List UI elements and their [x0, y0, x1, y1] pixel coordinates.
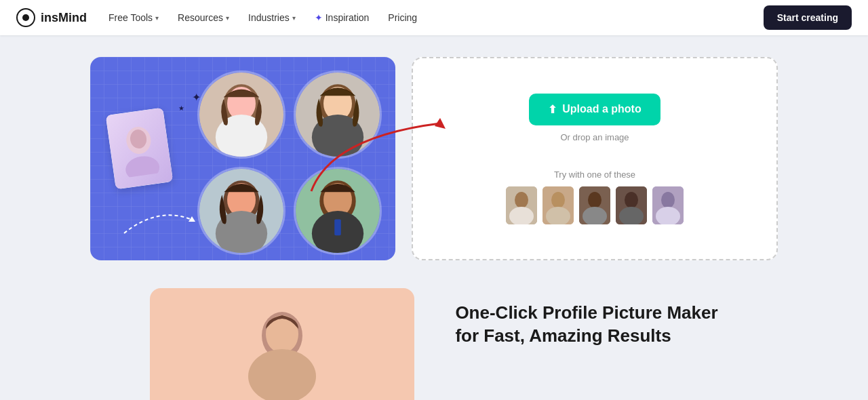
sample-images-row	[506, 186, 684, 224]
upload-icon: ⬆	[548, 103, 557, 116]
svg-point-1	[22, 14, 29, 21]
small-card-inner	[106, 108, 173, 190]
bottom-person-illustration	[214, 288, 350, 400]
svg-rect-22	[334, 219, 341, 235]
bottom-text: One-Click Profile Picture Maker for Fast…	[455, 288, 717, 348]
or-drop-text: Or drop an image	[560, 132, 629, 142]
nav-label-resources: Resources	[178, 12, 223, 23]
nav-item-free-tools[interactable]: Free Tools ▾	[108, 12, 159, 23]
upload-photo-button[interactable]: ⬆ Upload a photo	[529, 94, 660, 125]
nav-label-pricing: Pricing	[388, 12, 417, 23]
nav-label-industries: Industries	[248, 12, 290, 23]
nav-items: Free Tools ▾ Resources ▾ Industries ▾ ✦ …	[108, 12, 742, 23]
portrait-circle-3	[197, 167, 285, 255]
main-content: ✦ ★	[0, 35, 868, 400]
portrait-circle-4	[294, 167, 382, 255]
chevron-down-icon: ▾	[155, 14, 159, 22]
logo-text: insMind	[41, 11, 87, 25]
navbar: insMind Free Tools ▾ Resources ▾ Industr…	[0, 0, 868, 35]
svg-point-34	[625, 192, 638, 208]
sample-image-5[interactable]	[652, 186, 684, 224]
bottom-title-line1: One-Click Profile Picture Maker	[455, 302, 717, 323]
svg-point-3	[123, 154, 161, 178]
svg-point-37	[661, 192, 675, 208]
small-portrait-card	[106, 108, 173, 190]
star-decoration-2: ★	[178, 104, 184, 112]
dashed-arrow-curve	[117, 199, 199, 240]
svg-marker-23	[435, 118, 446, 129]
sample-image-2[interactable]	[542, 186, 574, 224]
hero-section: ✦ ★	[0, 35, 868, 288]
portrait-grid	[197, 71, 382, 255]
portrait-circle-2	[294, 71, 382, 159]
spark-icon: ✦	[315, 12, 323, 23]
logo-icon	[16, 8, 35, 27]
nav-label-inspiration: Inspiration	[326, 12, 370, 23]
svg-point-31	[588, 192, 601, 208]
nav-label-free-tools: Free Tools	[108, 12, 153, 23]
svg-point-28	[551, 192, 565, 208]
illustration-panel: ✦ ★	[90, 57, 395, 260]
nav-item-inspiration[interactable]: ✦ Inspiration	[315, 12, 370, 23]
chevron-down-icon-3: ▾	[292, 14, 296, 22]
bottom-illustration	[150, 288, 414, 400]
nav-item-pricing[interactable]: Pricing	[388, 12, 417, 23]
nav-item-resources[interactable]: Resources ▾	[178, 12, 229, 23]
try-these-label: Try with one of these	[554, 169, 635, 180]
chevron-down-icon-2: ▾	[226, 14, 229, 22]
start-creating-button[interactable]: Start creating	[764, 5, 852, 30]
bottom-title-line2: for Fast, Amazing Results	[455, 325, 671, 346]
nav-item-industries[interactable]: Industries ▾	[248, 12, 296, 23]
sample-image-1[interactable]	[506, 186, 537, 224]
sample-image-3[interactable]	[579, 186, 610, 224]
sample-image-4[interactable]	[616, 186, 647, 224]
bottom-section: One-Click Profile Picture Maker for Fast…	[0, 288, 868, 400]
upload-panel: ⬆ Upload a photo Or drop an image Try wi…	[412, 57, 778, 260]
svg-point-25	[515, 192, 528, 208]
upload-btn-label: Upload a photo	[562, 103, 641, 115]
portrait-circle-1	[197, 71, 285, 159]
bottom-title: One-Click Profile Picture Maker for Fast…	[455, 302, 717, 348]
portrait-person-1	[115, 119, 163, 178]
logo[interactable]: insMind	[16, 8, 87, 27]
